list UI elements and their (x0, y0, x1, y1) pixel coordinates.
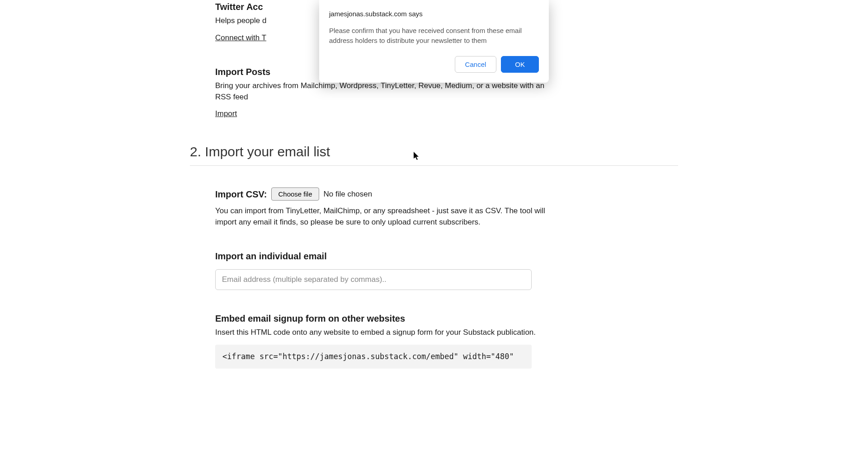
dialog-button-row: Cancel OK (329, 56, 539, 73)
ok-button[interactable]: OK (501, 56, 539, 73)
embed-code-block[interactable]: <iframe src="https://jamesjonas.substack… (215, 345, 532, 369)
cancel-button[interactable]: Cancel (455, 56, 497, 73)
choose-file-button[interactable]: Choose file (271, 187, 319, 201)
import-email-heading: Import an individual email (215, 249, 559, 263)
file-status-text: No file chosen (324, 188, 373, 200)
import-csv-desc: You can import from TinyLetter, MailChim… (215, 206, 559, 228)
confirm-dialog: jamesjonas.substack.com says Please conf… (319, 0, 549, 83)
import-posts-link[interactable]: Import (215, 109, 237, 118)
connect-twitter-link[interactable]: Connect with T (215, 33, 266, 42)
embed-desc: Insert this HTML code onto any website t… (215, 327, 559, 338)
import-posts-desc: Bring your archives from Mailchimp, Word… (215, 80, 559, 103)
dialog-title: jamesjonas.substack.com says (329, 9, 539, 19)
embed-signup-section: Embed email signup form on other website… (215, 312, 559, 369)
import-individual-email-section: Import an individual email (215, 249, 559, 312)
embed-heading: Embed email signup form on other website… (215, 312, 559, 325)
dialog-message: Please confirm that you have received co… (329, 26, 539, 46)
step-2-heading: 2. Import your email list (190, 141, 678, 162)
import-csv-section: Import CSV: Choose file No file chosen Y… (215, 187, 559, 228)
email-address-input[interactable] (215, 269, 532, 290)
import-csv-label: Import CSV: (215, 187, 267, 201)
step-divider (190, 165, 678, 166)
